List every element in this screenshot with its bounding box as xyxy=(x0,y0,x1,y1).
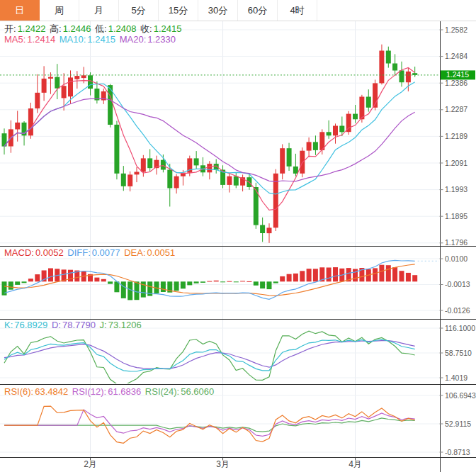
k-label: K: xyxy=(4,320,13,330)
svg-text:1.2287: 1.2287 xyxy=(445,105,468,113)
ma5-value: 1.2414 xyxy=(27,34,55,45)
rsi12-label: RSI(12): xyxy=(72,386,106,397)
kdj-axis-labels: 116.100058.75101.4019 xyxy=(440,324,476,382)
tab-60分[interactable]: 60分 xyxy=(238,0,278,21)
tab-30分[interactable]: 30分 xyxy=(198,0,238,21)
rsi-axis-labels: 106.694352.9115-0.8713 xyxy=(440,391,476,456)
high-label: 高: xyxy=(50,23,62,34)
tab-月[interactable]: 月 xyxy=(79,0,119,21)
low-value: 1.2408 xyxy=(108,23,137,34)
svg-text:1.2386: 1.2386 xyxy=(445,79,468,87)
ma5-label: MA5: xyxy=(4,34,26,45)
chart-canvas[interactable]: 1.25821.24841.23861.22871.21891.20911.19… xyxy=(0,0,476,472)
period-tabbar: 日周月5分15分30分60分4时 xyxy=(0,0,476,21)
macd-label: MACD: xyxy=(4,247,34,258)
svg-text:-0.8713: -0.8713 xyxy=(445,448,470,456)
svg-text:106.6943: 106.6943 xyxy=(445,391,476,400)
svg-text:1.4019: 1.4019 xyxy=(445,373,468,382)
high-value: 1.2446 xyxy=(63,23,91,34)
rsi6-label: RSI(6): xyxy=(4,386,33,397)
j-label: J: xyxy=(100,320,107,330)
ma-readout: MA5:1.2414 MA10:1.2415 MA20:1.2330 xyxy=(4,34,177,45)
svg-text:1.1993: 1.1993 xyxy=(445,185,468,193)
open-label: 开: xyxy=(4,23,16,34)
svg-text:1.1895: 1.1895 xyxy=(445,212,468,220)
diff-value: 0.0077 xyxy=(92,247,120,258)
current-price-tag: 1.2415 xyxy=(441,70,475,79)
svg-text:4月: 4月 xyxy=(348,459,362,469)
j-value: 73.1206 xyxy=(108,320,142,330)
close-value: 1.2415 xyxy=(154,23,182,34)
macd-panel xyxy=(2,260,440,300)
ma10-value: 1.2415 xyxy=(87,34,115,45)
svg-text:1.1796: 1.1796 xyxy=(445,238,468,247)
open-value: 1.2422 xyxy=(18,23,46,34)
svg-text:2月: 2月 xyxy=(84,459,97,469)
svg-text:52.9115: 52.9115 xyxy=(445,420,471,428)
k-value: 76.8929 xyxy=(14,320,47,330)
rsi-readout: RSI(6):63.4842 RSI(12):61.6836 RSI(24):5… xyxy=(4,386,215,397)
svg-text:0.0100: 0.0100 xyxy=(445,254,468,263)
rsi6-value: 63.4842 xyxy=(35,386,68,397)
diff-label: DIFF: xyxy=(67,247,91,258)
svg-text:-0.0126: -0.0126 xyxy=(445,306,470,315)
svg-text:3月: 3月 xyxy=(216,459,230,469)
svg-text:1.2415: 1.2415 xyxy=(446,70,469,79)
price-axis-labels: 1.25821.24841.23861.22871.21891.20911.19… xyxy=(440,26,468,247)
tab-5分[interactable]: 5分 xyxy=(119,0,159,21)
low-label: 低: xyxy=(95,23,107,34)
close-label: 收: xyxy=(140,23,152,34)
macd-value: 0.0052 xyxy=(35,247,64,258)
macd-readout: MACD:0.0052 DIFF:0.0077 DEA:0.0051 xyxy=(4,247,176,258)
svg-text:1.2582: 1.2582 xyxy=(445,26,468,34)
dea-label: DEA: xyxy=(124,247,145,258)
macd-axis-labels: 0.0100-0.0013-0.0126 xyxy=(440,254,470,315)
rsi24-value: 56.6060 xyxy=(181,386,214,397)
tab-日[interactable]: 日 xyxy=(0,0,40,21)
time-axis-labels: 2月3月4月 xyxy=(84,458,362,470)
d-label: D: xyxy=(52,320,61,330)
rsi-panel xyxy=(4,406,415,443)
rsi12-value: 61.6836 xyxy=(108,386,141,397)
ma10-label: MA10: xyxy=(60,34,86,45)
svg-text:58.7510: 58.7510 xyxy=(445,349,472,357)
trading-chart-app: 日周月5分15分30分60分4时 1.25821.24841.23861.228… xyxy=(0,0,476,472)
svg-text:1.2189: 1.2189 xyxy=(445,132,468,140)
tab-4时[interactable]: 4时 xyxy=(278,0,317,21)
svg-text:-0.0013: -0.0013 xyxy=(445,280,470,288)
ma20-label: MA20: xyxy=(120,34,147,45)
tab-周[interactable]: 周 xyxy=(40,0,79,21)
rsi24-label: RSI(24): xyxy=(145,386,179,397)
svg-text:1.2484: 1.2484 xyxy=(445,52,468,60)
d-value: 78.7790 xyxy=(62,320,96,330)
kdj-readout: K:76.8929 D:78.7790 J:73.1206 xyxy=(4,320,143,330)
dea-value: 0.0051 xyxy=(147,247,176,258)
svg-text:116.1000: 116.1000 xyxy=(445,324,475,332)
ma20-value: 1.2330 xyxy=(147,34,176,45)
svg-text:1.2091: 1.2091 xyxy=(445,159,468,167)
tab-15分[interactable]: 15分 xyxy=(159,0,198,21)
